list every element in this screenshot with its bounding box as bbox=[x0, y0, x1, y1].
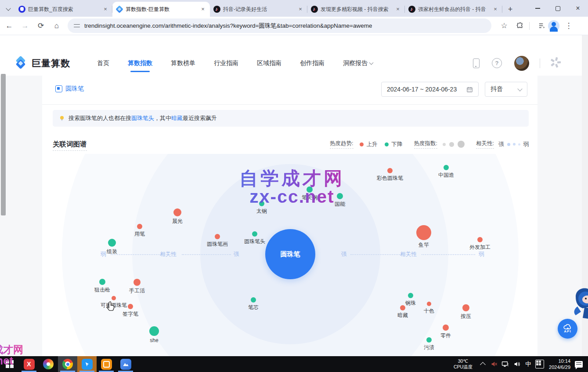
chart-center-bubble[interactable]: 圆珠笔 bbox=[265, 229, 315, 279]
tray-chevron-up-icon[interactable] bbox=[477, 356, 488, 372]
chart-bubble[interactable] bbox=[477, 237, 483, 242]
user-avatar[interactable] bbox=[514, 56, 529, 71]
chart-bubble-label[interactable]: 圆珠笔画 bbox=[207, 241, 228, 248]
browser-menu-icon[interactable]: ⋮ bbox=[562, 19, 575, 33]
tab-close-icon[interactable]: × bbox=[297, 6, 304, 13]
nav-item-洞察报告[interactable]: 洞察报告 bbox=[343, 51, 373, 76]
chart-bubble[interactable] bbox=[426, 337, 432, 343]
brand-logo[interactable]: 巨量算数 bbox=[13, 56, 70, 71]
nav-item-行业指南[interactable]: 行业指南 bbox=[214, 51, 238, 76]
home-button[interactable]: ⌂ bbox=[50, 19, 63, 33]
app-blue-arrow[interactable] bbox=[77, 356, 97, 372]
keyword-checkbox-icon[interactable] bbox=[55, 85, 62, 92]
tab-close-icon[interactable]: × bbox=[394, 6, 401, 13]
chart-bubble-label[interactable]: 太钢 bbox=[256, 208, 267, 215]
chart-bubble[interactable] bbox=[112, 296, 116, 300]
tray-muted-speaker-icon[interactable] bbox=[488, 356, 500, 372]
chart-bubble-label[interactable]: 外发加工 bbox=[469, 244, 491, 251]
forward-button[interactable]: → bbox=[18, 19, 32, 33]
chart-bubble-label[interactable]: 钢珠 bbox=[405, 299, 416, 307]
chart-bubble[interactable] bbox=[215, 234, 220, 239]
platform-select[interactable]: 抖音 bbox=[485, 82, 527, 97]
chart-bubble[interactable] bbox=[128, 304, 133, 309]
help-icon[interactable]: ? bbox=[492, 58, 502, 68]
app-recorder[interactable] bbox=[97, 356, 116, 372]
chart-bubble-label[interactable]: 中国造 bbox=[438, 171, 454, 179]
mobile-app-icon[interactable] bbox=[473, 58, 480, 68]
chart-bubble-label[interactable]: 圆珠笔头 bbox=[244, 238, 265, 245]
chart-bubble[interactable] bbox=[108, 239, 116, 247]
new-tab-button[interactable]: + bbox=[504, 3, 516, 15]
window-close-button[interactable]: × bbox=[568, 0, 588, 17]
chart-bubble[interactable] bbox=[416, 225, 431, 240]
chart-bubble[interactable] bbox=[462, 304, 469, 311]
nav-item-创作指南[interactable]: 创作指南 bbox=[300, 51, 325, 76]
chart-bubble[interactable] bbox=[252, 231, 257, 237]
chart-bubble-label[interactable]: 晨光 bbox=[172, 218, 183, 225]
cpu-temp-widget[interactable]: 30℃ CPU温度 bbox=[454, 358, 473, 370]
nav-item-算数指数[interactable]: 算数指数 bbox=[128, 51, 152, 76]
chart-bubble[interactable] bbox=[251, 297, 256, 303]
tab-close-icon[interactable]: × bbox=[199, 6, 206, 13]
chart-bubble-label[interactable]: 狙击枪 bbox=[94, 286, 110, 294]
api-floating-button[interactable]: API bbox=[558, 319, 577, 339]
app-chrome[interactable] bbox=[58, 356, 77, 372]
chart-bubble[interactable] bbox=[408, 293, 413, 298]
window-restore-button[interactable] bbox=[548, 0, 568, 17]
app-image-viewer[interactable] bbox=[116, 356, 135, 372]
tray-volume-icon[interactable] bbox=[511, 356, 523, 372]
site-info-icon[interactable] bbox=[74, 23, 80, 29]
chart-bubble-label[interactable]: 十色 bbox=[424, 307, 434, 315]
tab-search-chevron-icon[interactable] bbox=[3, 3, 14, 15]
chart-bubble[interactable] bbox=[137, 224, 142, 229]
reload-button[interactable]: ⟳ bbox=[34, 19, 47, 33]
chart-bubble-label[interactable]: 签字笔 bbox=[123, 310, 138, 318]
chart-bubble-label[interactable]: 手工活 bbox=[129, 287, 145, 295]
chart-bubble[interactable] bbox=[149, 326, 159, 336]
tray-network-icon[interactable] bbox=[500, 356, 511, 372]
tip-link-keyword1[interactable]: 圆珠笔头 bbox=[131, 114, 154, 122]
browser-tab[interactable]: 强家村生鲜食品的抖音 - 抖音× bbox=[405, 2, 502, 17]
chart-bubble-label[interactable]: 零件 bbox=[440, 332, 451, 339]
date-range-picker[interactable]: 2024-06-17 ~ 2024-06-23 bbox=[381, 82, 479, 97]
tip-link-keyword2[interactable]: 暗藏 bbox=[171, 114, 183, 122]
tab-close-icon[interactable]: × bbox=[102, 6, 109, 13]
tray-ime-language[interactable]: 中 bbox=[523, 356, 534, 372]
back-button[interactable]: ← bbox=[3, 19, 16, 33]
browser-tab[interactable]: 巨量算数_百度搜索× bbox=[15, 2, 112, 17]
nav-item-区域指南[interactable]: 区域指南 bbox=[257, 51, 281, 76]
browser-profile-avatar[interactable] bbox=[548, 20, 559, 32]
chart-bubble[interactable] bbox=[443, 325, 449, 331]
chart-bubble[interactable] bbox=[400, 305, 405, 310]
chart-bubble-label[interactable]: 按压 bbox=[461, 313, 471, 320]
app-pinwheel[interactable] bbox=[39, 356, 58, 372]
chart-bubble-label[interactable]: 鱼竿 bbox=[418, 241, 429, 249]
chart-bubble-label[interactable]: she bbox=[150, 337, 158, 343]
page-scrollbar-thumb[interactable] bbox=[1, 74, 6, 215]
chart-bubble[interactable] bbox=[133, 279, 141, 286]
tab-close-icon[interactable]: × bbox=[492, 6, 499, 13]
notification-center-icon[interactable] bbox=[575, 361, 583, 368]
tray-clock[interactable]: 10:14 2024/6/29 bbox=[549, 358, 570, 371]
tab-list-icon[interactable] bbox=[535, 19, 548, 33]
chart-bubble[interactable] bbox=[173, 208, 181, 216]
keyword-chip[interactable]: 圆珠笔 bbox=[55, 85, 84, 93]
tray-ime-pinyin-icon[interactable] bbox=[534, 356, 545, 372]
chart-bubble[interactable] bbox=[427, 302, 431, 306]
url-text[interactable]: trendinsight.oceanengine.com/arithmetic-… bbox=[84, 22, 372, 30]
chart-bubble-label[interactable]: 暗藏 bbox=[397, 312, 408, 319]
browser-tab[interactable]: 发现更多精彩视频 - 抖音搜索× bbox=[307, 2, 405, 17]
bookmark-star-icon[interactable]: ☆ bbox=[498, 19, 511, 33]
chart-bubble[interactable] bbox=[99, 279, 105, 285]
chart-bubble-label[interactable]: 污渍 bbox=[424, 344, 434, 351]
browser-tab[interactable]: 抖音-记录美好生活× bbox=[210, 2, 307, 17]
window-minimize-button[interactable] bbox=[527, 0, 548, 17]
chart-bubble-label[interactable]: 组装 bbox=[107, 248, 117, 255]
nav-item-算数榜单[interactable]: 算数榜单 bbox=[171, 51, 195, 76]
chart-bubble-label[interactable]: 笔芯 bbox=[248, 304, 259, 311]
browser-tab[interactable]: 算数指数-巨量算数× bbox=[112, 2, 210, 17]
nav-item-首页[interactable]: 首页 bbox=[97, 51, 109, 76]
extensions-icon[interactable] bbox=[513, 19, 527, 33]
address-bar[interactable]: trendinsight.oceanengine.com/arithmetic-… bbox=[68, 18, 491, 33]
chart-bubble-label[interactable]: 用笔 bbox=[134, 230, 145, 238]
